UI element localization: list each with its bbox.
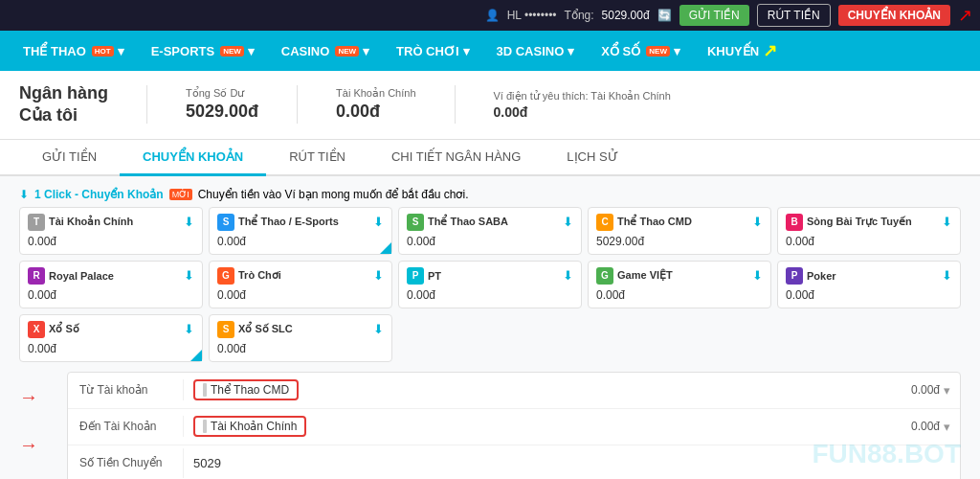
new-badge-casino: NEW <box>335 46 359 57</box>
tai-khoan-chinh: Tài Khoản Chính 0.00đ <box>336 87 415 122</box>
username: HL •••••••• <box>507 9 557 22</box>
transfer-to-icon-10[interactable]: ⬇ <box>942 268 952 283</box>
tong-so-du-value: 5029.00đ <box>186 102 258 122</box>
form-section: Từ Tài khoản Thể Thao CMD 0.00đ ▾ Đến Tà… <box>67 372 961 479</box>
quick-transfer-desc: Chuyển tiền vào Ví bạn mong muốn để bắt … <box>198 188 469 201</box>
refresh-icon[interactable]: 🔄 <box>657 9 672 22</box>
so-tien-label: Số Tiền Chuyển <box>68 448 183 477</box>
arrow-tu-icon: → <box>19 386 38 408</box>
chuyen-khoan-button[interactable]: CHUYỂN KHOẢN <box>838 5 950 26</box>
title-line2: Của tôi <box>19 104 108 126</box>
gui-tien-button[interactable]: GỬI TIỀN <box>679 5 749 26</box>
pt-amount: 0.00đ <box>407 288 573 302</box>
transfer-to-icon-9[interactable]: ⬇ <box>752 268 763 283</box>
arrow-right-nav-icon: ↗ <box>763 40 777 61</box>
transfer-to-icon-8[interactable]: ⬇ <box>563 268 573 283</box>
arrow-den-icon: → <box>19 434 38 456</box>
chevron-down-icon-xoso: ▾ <box>674 44 680 58</box>
wallet-the-thao-esports[interactable]: S Thể Thao / E-Sports ⬇ 0.00đ <box>209 207 392 255</box>
game-viet-icon: G <box>596 267 613 285</box>
transfer-to-icon-11[interactable]: ⬇ <box>184 322 194 336</box>
nav-item-tro-choi[interactable]: TRÒ CHƠI ▾ <box>383 31 482 71</box>
transfer-to-icon-2[interactable]: ⬇ <box>373 215 384 229</box>
tab-lich-su[interactable]: LỊCH SỬ <box>544 140 640 176</box>
vi-dien-tu-value: 0.00đ <box>494 104 671 120</box>
pt-icon: P <box>407 267 424 285</box>
tu-amount-right: 0.00đ <box>911 383 940 397</box>
vi-dien-tu: Ví điện tử yêu thích: Tài Khoản Chính 0.… <box>494 90 671 120</box>
nav-item-xo-so[interactable]: XỔ SỐ NEW ▾ <box>588 31 694 71</box>
nav-label-tro-choi: TRÒ CHƠI <box>396 44 458 58</box>
transfer-to-icon-7[interactable]: ⬇ <box>373 268 384 283</box>
den-tai-khoan-row: Đến Tài Khoản Tài Khoản Chính 0.00đ ▾ <box>68 409 960 445</box>
triangle-blue-2 <box>190 350 202 361</box>
new-badge-xoso: NEW <box>646 46 670 57</box>
transfer-to-icon-5[interactable]: ⬇ <box>942 215 952 229</box>
tai-khoan-chinh-label: Tài Khoản Chính <box>336 87 415 100</box>
wallet-song-bai[interactable]: B Sòng Bài Trực Tuyến ⬇ 0.00đ <box>777 207 961 255</box>
chevron-down-icon-tro-choi: ▾ <box>463 44 470 58</box>
nav-item-3d-casino[interactable]: 3D CASINO ▾ <box>483 31 589 71</box>
wallet-pt[interactable]: P PT ⬇ 0.00đ <box>398 261 582 308</box>
transfer-to-icon-3[interactable]: ⬇ <box>563 215 573 229</box>
wallet-grid: T Tài Khoản Chính ⬇ 0.00đ S Thể Thao / E… <box>19 207 961 362</box>
tu-tai-khoan-selected[interactable]: Thể Thao CMD <box>193 379 299 400</box>
tu-tai-khoan-value: Thể Thao CMD <box>211 383 289 397</box>
poker-amount: 0.00đ <box>786 288 952 302</box>
arrow-indicator-icon: ↗ <box>958 5 972 26</box>
vi-dien-tu-label: Ví điện tử yêu thích: Tài Khoản Chính <box>494 90 671 103</box>
wallet-the-thao-saba[interactable]: S Thể Thao SABA ⬇ 0.00đ <box>398 207 582 255</box>
slc-icon: S <box>217 321 234 338</box>
hot-badge: HOT <box>92 46 114 57</box>
tab-bar: GỬI TIỀN CHUYỂN KHOẢN RÚT TIỀN CHI TIẾT … <box>0 140 980 176</box>
tab-chi-tiet[interactable]: CHI TIẾT NGÂN HÀNG <box>368 140 544 176</box>
transfer-to-icon-4[interactable]: ⬇ <box>752 215 763 229</box>
divider-1 <box>146 85 147 124</box>
rut-tien-button[interactable]: RÚT TIỀN <box>757 4 831 27</box>
game-viet-amount: 0.00đ <box>596 288 763 302</box>
new-tag-badge: MỚI <box>169 189 192 200</box>
wallet-tro-choi[interactable]: G Trò Chơi ⬇ 0.00đ <box>209 261 392 308</box>
quick-transfer-link[interactable]: 1 Click - Chuyển Khoản <box>34 188 164 201</box>
nav-item-casino[interactable]: CASINO NEW ▾ <box>268 31 383 71</box>
tu-tai-khoan-input-area[interactable]: Thể Thao CMD 0.00đ ▾ <box>183 379 960 400</box>
page-title: Ngân hàng Của tôi <box>19 82 108 127</box>
wallet-game-viet[interactable]: G Game VIỆT ⬇ 0.00đ <box>588 261 771 308</box>
the-thao-amount: 0.00đ <box>217 235 384 248</box>
tai-khoan-chinh-value: 0.00đ <box>336 102 415 122</box>
den-tai-khoan-value: Tài Khoản Chính <box>211 420 297 433</box>
so-tien-input[interactable] <box>193 448 950 478</box>
tab-chuyen-khoan[interactable]: CHUYỂN KHOẢN <box>120 140 266 176</box>
xoso-amount: 0.00đ <box>28 342 194 355</box>
tab-gui-tien[interactable]: GỬI TIỀN <box>19 140 120 176</box>
wallet-tai-khoan-chinh[interactable]: T Tài Khoản Chính ⬇ 0.00đ <box>19 207 203 255</box>
den-tai-khoan-selected[interactable]: Tài Khoản Chính <box>193 416 306 437</box>
transfer-to-icon[interactable]: ⬇ <box>184 215 194 229</box>
wallet-xo-so[interactable]: X Xổ Số ⬇ 0.00đ <box>19 314 203 362</box>
tu-dropdown-icon[interactable]: ▾ <box>944 383 950 398</box>
nav-label-the-thao: THỂ THAO <box>23 44 86 58</box>
new-badge-esports: NEW <box>220 46 244 57</box>
song-bai-icon: B <box>786 214 803 231</box>
den-tai-khoan-input-area[interactable]: Tài Khoản Chính 0.00đ ▾ <box>183 416 960 437</box>
chevron-down-icon-3d: ▾ <box>568 44 574 58</box>
transfer-to-icon-6[interactable]: ⬇ <box>184 268 194 283</box>
tong-so-du-label: Tổng Số Dư <box>186 87 258 100</box>
transfer-to-icon-12[interactable]: ⬇ <box>373 322 384 336</box>
user-icon: 👤 <box>485 9 500 22</box>
tro-choi-icon: G <box>217 267 234 285</box>
nav-item-khuyen[interactable]: KHUYẾN ↗ <box>694 31 791 71</box>
tab-rut-tien[interactable]: RÚT TIỀN <box>266 140 368 176</box>
wallet-xoso-slc[interactable]: S Xổ Số SLC ⬇ 0.00đ <box>209 314 392 362</box>
nav-item-esports[interactable]: E-SPORTS NEW ▾ <box>138 31 268 71</box>
den-dropdown-icon[interactable]: ▾ <box>944 420 950 434</box>
tu-tai-khoan-label: Từ Tài khoản <box>68 376 183 404</box>
wallet-poker[interactable]: P Poker ⬇ 0.00đ <box>777 261 961 308</box>
nav-label-esports: E-SPORTS <box>151 44 214 58</box>
so-tien-input-area[interactable] <box>183 448 960 478</box>
wallet-royal-palace[interactable]: R Royal Palace ⬇ 0.00đ <box>19 261 203 308</box>
wallet-the-thao-cmd[interactable]: C Thể Thao CMD ⬇ 5029.00đ <box>588 207 771 255</box>
nav-item-the-thao[interactable]: THỂ THAO HOT ▾ <box>10 31 138 71</box>
so-tien-row: Số Tiền Chuyển <box>68 445 960 479</box>
download-small-icon: ⬇ <box>19 188 29 201</box>
